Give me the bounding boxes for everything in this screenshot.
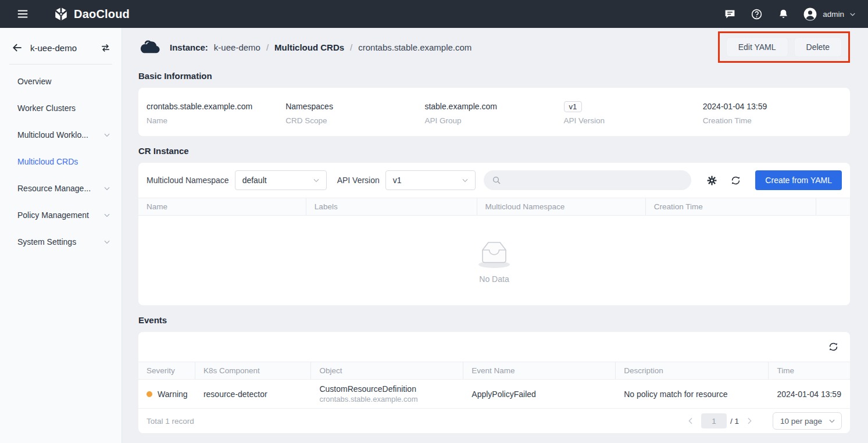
sidebar-item-multicloud-workloads[interactable]: Multicloud Worklo... [0, 122, 122, 148]
field-label: API Group [424, 116, 563, 125]
event-time: 2024-01-04 13:59 [769, 380, 850, 408]
cr-search-box[interactable] [484, 170, 692, 190]
event-object-kind: CustomResourceDefinition [319, 384, 416, 394]
settings-gear-icon[interactable] [705, 174, 718, 187]
cr-table-header: Name Labels Multicloud Namespace Creatio… [138, 198, 850, 216]
sidebar-item-overview[interactable]: Overview [0, 68, 122, 95]
sidebar-item-worker-clusters[interactable]: Worker Clusters [0, 95, 122, 122]
chevron-down-icon [103, 211, 111, 219]
chevron-down-icon [461, 176, 469, 184]
sidebar-item-label: Worker Clusters [17, 103, 111, 113]
breadcrumb-section[interactable]: Multicloud CRDs [274, 42, 344, 52]
chevron-down-icon [103, 184, 111, 192]
api-version-filter-label: API Version [337, 176, 380, 185]
total-records-text: Total 1 record [147, 417, 680, 426]
event-table-row: Warning resource-detector CustomResource… [138, 380, 850, 409]
field-value: 2024-01-04 13:59 [703, 100, 842, 113]
main-content: Instance: k-uee-demo / Multicloud CRDs /… [122, 28, 868, 443]
cr-instance-card: Multicloud Namespace default API Version… [138, 163, 850, 305]
column-header-name: Name [138, 198, 306, 215]
event-severity: Warning [158, 390, 188, 399]
api-version-badge: v1 [564, 101, 583, 112]
messages-icon[interactable] [723, 7, 737, 21]
field-label: API Version [564, 116, 703, 125]
sidebar-item-resource-management[interactable]: Resource Manage... [0, 175, 122, 202]
back-arrow-icon[interactable] [12, 42, 23, 53]
user-name: admin [823, 10, 844, 19]
sidebar-item-label: Resource Manage... [17, 184, 103, 193]
field-value: Namespaces [285, 100, 424, 113]
field-label: Creation Time [703, 116, 842, 125]
field-value: crontabs.stable.example.com [147, 100, 285, 113]
sidebar-item-label: System Settings [17, 237, 103, 246]
sidebar-item-multicloud-crds[interactable]: Multicloud CRDs [0, 148, 122, 175]
chevron-down-icon [312, 176, 320, 184]
sidebar: k-uee-demo Overview Worker Clusters Mult… [0, 28, 122, 443]
next-page-icon[interactable] [745, 416, 754, 426]
search-icon [492, 176, 501, 185]
events-refresh-icon[interactable] [827, 341, 840, 353]
sidebar-item-label: Multicloud CRDs [17, 157, 111, 166]
warning-dot-icon [147, 391, 152, 397]
total-pages-text: / 1 [730, 417, 739, 426]
events-pagination: Total 1 record / 1 10 per page [138, 409, 850, 433]
sidebar-item-system-settings[interactable]: System Settings [0, 228, 122, 255]
column-header-time: Time [769, 362, 850, 379]
brand-name: DaoCloud [74, 8, 130, 21]
event-severity-cell: Warning [138, 380, 195, 408]
user-chevron-down-icon [849, 10, 856, 18]
cr-empty-state: No Data [138, 216, 850, 305]
basic-information-card: crontabs.stable.example.com Name Namespa… [138, 88, 850, 136]
help-icon[interactable] [749, 7, 763, 21]
cr-search-input[interactable] [506, 176, 684, 185]
notifications-bell-icon[interactable] [776, 7, 790, 21]
breadcrumb: Instance: k-uee-demo / Multicloud CRDs /… [138, 39, 471, 55]
events-card: Severity K8s Component Object Event Name… [138, 332, 850, 433]
page-size-select[interactable]: 10 per page [773, 412, 842, 430]
menu-hamburger-icon[interactable] [15, 6, 30, 22]
events-title: Events [138, 315, 850, 325]
column-header-object: Object [311, 362, 463, 379]
user-menu[interactable]: admin [803, 7, 856, 22]
empty-box-icon [473, 237, 516, 270]
empty-state-text: No Data [479, 274, 509, 284]
event-object-name: crontabs.stable.example.com [319, 395, 417, 403]
sidebar-item-policy-management[interactable]: Policy Management [0, 202, 122, 228]
column-header-description: Description [616, 362, 769, 379]
field-value: stable.example.com [424, 100, 563, 113]
breadcrumb-instance-label: Instance: [170, 42, 208, 52]
sidebar-item-label: Policy Management [17, 210, 103, 220]
info-field-crd-scope: Namespaces CRD Scope [285, 100, 424, 125]
delete-button[interactable]: Delete [794, 37, 842, 57]
info-field-api-group: stable.example.com API Group [424, 100, 563, 125]
events-table-header: Severity K8s Component Object Event Name… [138, 362, 850, 380]
event-name: ApplyPolicyFailed [463, 380, 616, 408]
info-field-api-version: v1 API Version [564, 100, 703, 125]
info-field-name: crontabs.stable.example.com Name [147, 100, 285, 125]
daocloud-logo[interactable]: DaoCloud [53, 6, 130, 22]
previous-page-icon[interactable] [686, 416, 695, 426]
api-version-select[interactable]: v1 [385, 170, 476, 190]
basic-information-title: Basic Information [138, 71, 850, 81]
current-page-input[interactable] [701, 413, 727, 428]
sidebar-item-label: Multicloud Worklo... [17, 130, 103, 140]
column-header-actions [816, 198, 850, 215]
column-header-k8s-component: K8s Component [195, 362, 312, 379]
avatar [803, 7, 817, 22]
breadcrumb-cluster[interactable]: k-uee-demo [214, 42, 260, 52]
create-from-yaml-button[interactable]: Create from YAML [755, 170, 842, 190]
field-label: CRD Scope [285, 116, 424, 125]
switch-instance-icon[interactable] [100, 42, 111, 53]
sidebar-item-label: Overview [17, 77, 111, 86]
daocloud-logo-icon [53, 6, 69, 22]
event-k8s-component: resource-detector [195, 380, 312, 408]
page-size-value: 10 per page [780, 417, 822, 426]
namespace-select[interactable]: default [235, 170, 327, 190]
edit-yaml-button[interactable]: Edit YAML [726, 37, 788, 57]
event-object-cell: CustomResourceDefinition crontabs.stable… [311, 380, 463, 408]
top-navbar: DaoCloud admin [0, 0, 868, 28]
breadcrumb-separator: / [350, 42, 352, 52]
chevron-down-icon [828, 417, 836, 425]
namespace-filter-label: Multicloud Namespace [147, 176, 229, 185]
refresh-icon[interactable] [729, 174, 742, 187]
